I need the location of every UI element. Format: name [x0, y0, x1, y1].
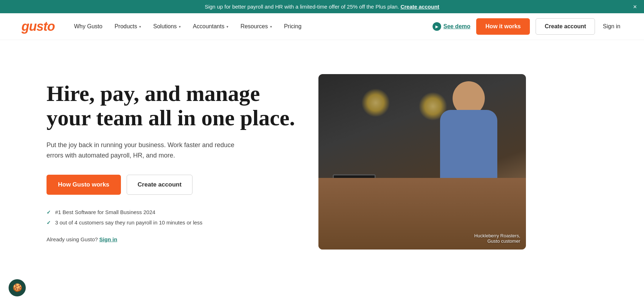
announcement-banner: Sign up for better payroll and HR with a…: [0, 0, 644, 13]
see-demo-play-icon: ▶: [433, 22, 441, 31]
create-account-nav-button[interactable]: Create account: [536, 18, 595, 35]
accountants-chevron-icon: ▾: [226, 25, 228, 29]
image-caption: Huckleberry Roasters, Gusto customer: [474, 233, 520, 244]
nav-pricing[interactable]: Pricing: [279, 20, 307, 33]
hero-buttons: How Gusto works Create account: [47, 175, 297, 195]
how-gusto-works-button[interactable]: How Gusto works: [47, 175, 121, 195]
hero-image-container: ESPRESSO PATCHES $ 3.75 KOMBUCHA Huckleb…: [318, 74, 526, 250]
see-demo-link[interactable]: ▶ See demo: [433, 22, 470, 31]
trust-items: ✓ #1 Best Software for Small Business 20…: [47, 209, 297, 226]
resources-chevron-icon: ▾: [270, 25, 272, 29]
nav-accountants[interactable]: Accountants ▾: [188, 20, 233, 33]
banner-close-button[interactable]: ×: [633, 3, 637, 10]
sign-in-link[interactable]: Sign in: [601, 20, 623, 33]
trust-item-1: ✓ #1 Best Software for Small Business 20…: [47, 209, 297, 215]
nav-right: ▶ See demo How it works Create account S…: [433, 18, 623, 35]
scene-background: ESPRESSO PATCHES $ 3.75 KOMBUCHA Huckleb…: [318, 74, 526, 250]
banner-text: Sign up for better payroll and HR with a…: [205, 4, 399, 10]
how-it-works-button[interactable]: How it works: [476, 18, 530, 35]
products-chevron-icon: ▾: [139, 25, 141, 29]
nav-resources[interactable]: Resources ▾: [235, 20, 277, 33]
nav-why-gusto[interactable]: Why Gusto: [69, 20, 107, 33]
already-using-sign-in-link[interactable]: Sign in: [99, 236, 117, 242]
ceiling-light-1: [361, 88, 390, 117]
hero-subtitle: Put the joy back in running your busines…: [47, 140, 247, 161]
check-icon-1: ✓: [47, 209, 51, 215]
nav-links: Why Gusto Products ▾ Solutions ▾ Account…: [69, 20, 433, 33]
nav-solutions[interactable]: Solutions ▾: [148, 20, 186, 33]
nav-products[interactable]: Products ▾: [109, 20, 146, 33]
already-using-text: Already using Gusto? Sign in: [47, 236, 297, 242]
check-icon-2: ✓: [47, 220, 51, 226]
hero-section: Hire, pay, and manage your team all in o…: [0, 40, 644, 284]
logo[interactable]: gusto: [21, 19, 55, 34]
hero-title: Hire, pay, and manage your team all in o…: [47, 81, 297, 130]
hero-image: ESPRESSO PATCHES $ 3.75 KOMBUCHA Huckleb…: [318, 74, 526, 250]
hero-content: Hire, pay, and manage your team all in o…: [47, 81, 297, 243]
main-nav: gusto Why Gusto Products ▾ Solutions ▾ A…: [0, 13, 644, 40]
solutions-chevron-icon: ▾: [179, 25, 181, 29]
trust-item-2: ✓ 3 out of 4 customers say they run payr…: [47, 219, 297, 226]
banner-cta-link[interactable]: Create account: [400, 4, 439, 10]
create-account-hero-button[interactable]: Create account: [127, 175, 193, 195]
